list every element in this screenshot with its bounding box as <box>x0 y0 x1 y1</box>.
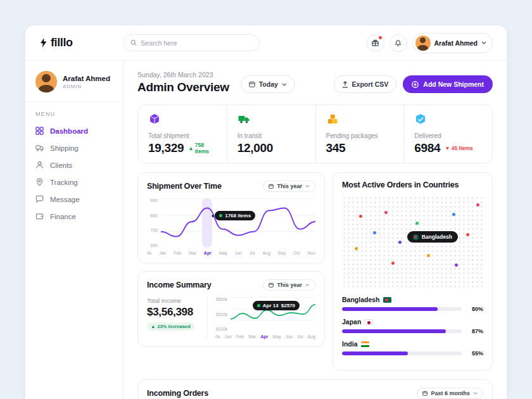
shipment-filter-button[interactable]: This year <box>263 180 315 192</box>
stat-value: 6984 <box>414 141 440 155</box>
income-filter-label: This year <box>277 282 302 288</box>
sidebar-profile: Arafat Ahmed ADMIN <box>25 68 123 102</box>
tick-label: $100k <box>216 327 227 331</box>
stat-trend-badge: ▲ 758 Items <box>188 142 216 155</box>
sidebar-item-shipping[interactable]: Shipping <box>25 139 123 156</box>
clients-icon <box>35 161 44 169</box>
income-tooltip-date: Apr 13 <box>263 303 279 308</box>
stat-value: 12,000 <box>238 141 273 155</box>
map-dot <box>391 262 395 265</box>
income-x-axis: 0kJanFebMarAprMayJunJulAug <box>215 334 315 339</box>
progress-track <box>342 329 462 333</box>
shipment-filter-label: This year <box>277 183 302 189</box>
tick-label: Jan <box>159 251 166 255</box>
sidebar-item-tracking[interactable]: Tracking <box>25 174 123 191</box>
stat-delivered: Delivered 6984 ▼ 45 Items <box>403 105 492 163</box>
tick-label: 0k <box>147 251 151 255</box>
sidebar-item-message[interactable]: Message <box>25 191 123 208</box>
pending-boxes-icon <box>326 113 339 125</box>
incoming-orders-title: Incoming Orders <box>147 389 208 398</box>
calendar-icon <box>269 184 274 189</box>
sidebar-item-label: Finance <box>50 213 76 220</box>
sidebar-item-clients[interactable]: Clients <box>25 156 123 174</box>
export-csv-label: Export CSV <box>352 80 389 88</box>
page-title: Admin Overview <box>137 80 229 94</box>
tick-label: Jun <box>286 334 293 339</box>
sidebar-item-finance[interactable]: Finance <box>25 208 123 225</box>
tick-label: $500k <box>216 297 227 301</box>
tick-label: Aug <box>262 251 270 255</box>
tick-label: 600 <box>150 243 158 248</box>
map-dot <box>452 213 455 216</box>
sidebar-item-label: Message <box>50 196 80 203</box>
sidebar: Arafat Ahmed ADMIN MENU Dashboard Shippi… <box>25 61 124 399</box>
map-dot <box>359 215 362 218</box>
country-row-japan: Japan 87% <box>342 318 483 334</box>
income-tooltip-value: $2570 <box>281 303 295 308</box>
tick-label: Nov <box>307 251 315 255</box>
export-icon <box>342 81 348 88</box>
total-income-label: Total Income <box>147 297 202 304</box>
active-orders-countries-card: Most Active Orders in Countries <box>332 172 493 370</box>
chevron-down-icon <box>481 41 486 44</box>
export-csv-button[interactable]: Export CSV <box>334 75 397 93</box>
stat-pending-packages: Pending packages 345 <box>315 105 404 163</box>
stat-value: 345 <box>326 141 346 155</box>
user-menu[interactable]: Arafat Ahmed <box>412 33 493 53</box>
main-content: Sunday, 26th March 2023 Admin Overview T… <box>124 61 507 399</box>
progress-track <box>342 352 462 355</box>
today-filter-button[interactable]: Today <box>241 75 295 93</box>
bell-icon <box>394 39 402 47</box>
stat-value: 19,329 <box>148 141 184 155</box>
income-line-chart: Apr 13 $2570 <box>231 297 315 331</box>
tick-label: May <box>273 334 281 339</box>
profile-role: ADMIN <box>63 84 110 89</box>
sidebar-item-label: Tracking <box>50 179 78 186</box>
chevron-down-icon <box>305 284 310 286</box>
map-dot <box>373 231 376 234</box>
sidebar-item-label: Clients <box>50 162 72 169</box>
bangladesh-flag-icon <box>383 297 391 303</box>
add-new-shipment-label: Add New Shipment <box>423 80 484 88</box>
stats-row: Total shipment 19,329 ▲ 758 Items In tra… <box>137 104 493 163</box>
country-percent: 80% <box>467 306 483 312</box>
stat-label: Delivered <box>414 132 482 139</box>
search-input[interactable] <box>141 39 253 47</box>
orders-filter-button[interactable]: Past 6 months <box>417 388 483 399</box>
chevron-down-icon <box>473 392 478 395</box>
tick-label: 800 <box>150 213 158 218</box>
sidebar-item-dashboard[interactable]: Dashboard <box>25 122 123 139</box>
message-icon <box>35 195 44 203</box>
profile-avatar <box>35 71 57 92</box>
income-chart-title: Income Summary <box>147 281 211 289</box>
map-dot <box>476 203 479 206</box>
shipment-y-axis: 900800700600 <box>147 198 161 248</box>
add-new-shipment-button[interactable]: Add New Shipment <box>403 75 493 93</box>
shipment-tooltip: 1768 items <box>215 211 255 220</box>
dashboard-window: filllo Arafat Ahmed Arafat Ah <box>25 25 507 399</box>
country-percent: 87% <box>467 328 483 334</box>
promo-button[interactable] <box>367 34 384 52</box>
dashboard-icon <box>35 127 44 135</box>
topbar-actions: Arafat Ahmed <box>367 33 493 53</box>
progress-fill <box>342 352 408 355</box>
bangladesh-flag-icon <box>413 234 419 240</box>
income-filter-button[interactable]: This year <box>263 279 315 291</box>
current-date: Sunday, 26th March 2023 <box>137 71 229 79</box>
tooltip-dot <box>257 304 260 307</box>
sidebar-item-label: Shipping <box>50 144 79 152</box>
wallet-icon <box>35 212 44 220</box>
today-label: Today <box>259 80 278 88</box>
country-ranking: Bangladesh 80% Japan 87% <box>342 296 483 362</box>
location-pin-icon <box>35 178 44 186</box>
tick-label: Apr <box>260 334 268 339</box>
chevron-down-icon <box>305 185 310 187</box>
tick-label: $300k <box>216 312 227 317</box>
notifications-button[interactable] <box>390 34 407 52</box>
user-avatar <box>415 35 431 51</box>
stat-label: In transit <box>238 132 305 139</box>
income-increase-badge: ▲ 23% increased <box>147 322 194 331</box>
country-row-bangladesh: Bangladesh 80% <box>342 296 483 312</box>
search-bar[interactable] <box>124 34 260 51</box>
map-dot <box>415 222 419 225</box>
